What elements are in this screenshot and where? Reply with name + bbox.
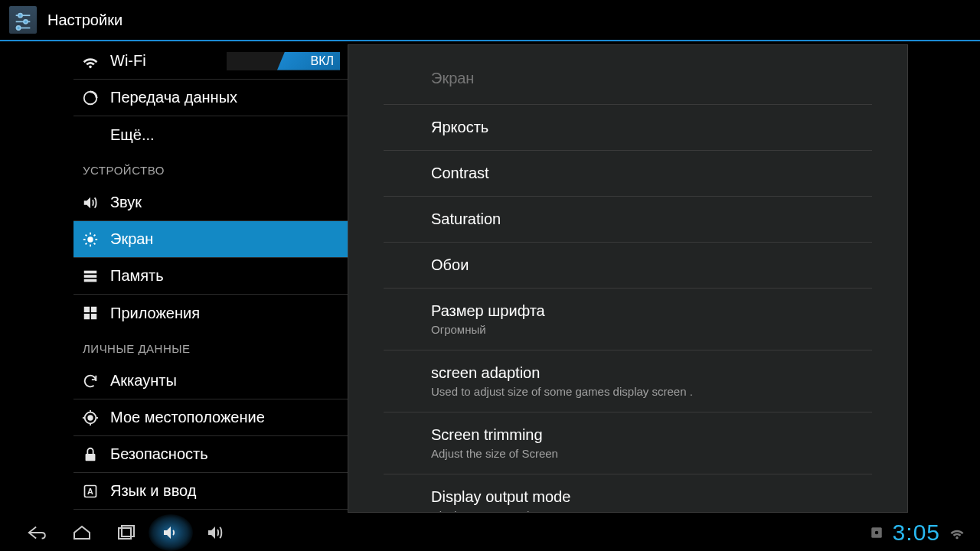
sidebar-item-language[interactable]: A Язык и ввод bbox=[74, 473, 348, 510]
sync-icon bbox=[81, 372, 100, 390]
sidebar-item-label: Мое местоположение bbox=[110, 409, 265, 426]
sidebar-item-sound[interactable]: Звук bbox=[74, 184, 348, 221]
svg-point-23 bbox=[88, 416, 93, 420]
status-clock: 3:05 bbox=[893, 520, 940, 546]
sidebar-item-location[interactable]: Мое местоположение bbox=[74, 399, 348, 436]
sidebar-item-label: Wi-Fi bbox=[110, 52, 146, 70]
navigation-bar: 3:05 bbox=[0, 514, 980, 551]
detail-item-subtitle: Огромный bbox=[431, 323, 872, 336]
sidebar-item-label: Ещё... bbox=[110, 126, 155, 144]
sidebar-item-security[interactable]: Безопасность bbox=[74, 436, 348, 473]
detail-item-title: Размер шрифта bbox=[431, 302, 872, 320]
detail-item-title: Обои bbox=[431, 256, 872, 274]
detail-item-title: Contrast bbox=[431, 165, 872, 182]
sound-icon bbox=[81, 194, 100, 212]
sidebar-item-label: Аккаунты bbox=[110, 372, 177, 390]
detail-panel-header: Экран bbox=[384, 51, 872, 105]
svg-point-7 bbox=[87, 236, 93, 242]
sidebar-item-data-usage[interactable]: Передача данных bbox=[74, 80, 348, 116]
sidebar-item-label: Язык и ввод bbox=[110, 482, 196, 500]
svg-rect-17 bbox=[84, 275, 97, 278]
detail-item-display-output-mode[interactable]: Display output mode Display output mode bbox=[384, 474, 872, 513]
detail-list: Яркость Contrast Saturation Обои Размер … bbox=[348, 105, 907, 513]
sidebar-item-apps[interactable]: Приложения bbox=[74, 295, 348, 331]
svg-line-14 bbox=[86, 243, 87, 244]
detail-item-title: Saturation bbox=[431, 210, 872, 228]
volume-down-button[interactable] bbox=[149, 514, 193, 551]
svg-point-3 bbox=[24, 20, 28, 24]
svg-point-35 bbox=[874, 531, 878, 535]
settings-sliders-icon bbox=[9, 6, 37, 34]
detail-item-title: Screen trimming bbox=[431, 426, 872, 444]
back-button[interactable] bbox=[15, 514, 60, 551]
svg-rect-16 bbox=[84, 270, 97, 273]
sidebar-item-accounts[interactable]: Аккаунты bbox=[74, 363, 348, 399]
sidebar-item-storage[interactable]: Память bbox=[74, 258, 348, 295]
svg-text:A: A bbox=[87, 487, 93, 496]
wifi-toggle[interactable]: ВКЛ bbox=[227, 52, 340, 70]
sidebar-category-personal: ЛИЧНЫЕ ДАННЫЕ bbox=[74, 331, 348, 363]
svg-rect-20 bbox=[91, 307, 96, 312]
detail-item-title: screen adaption bbox=[431, 364, 872, 382]
wifi-status-icon bbox=[949, 525, 965, 540]
detail-item-subtitle: Used to adjust size of some games displa… bbox=[431, 385, 872, 398]
detail-item-title: Яркость bbox=[431, 119, 872, 136]
lock-icon bbox=[81, 445, 100, 464]
storage-icon bbox=[81, 267, 100, 285]
data-usage-icon bbox=[81, 89, 100, 107]
svg-rect-21 bbox=[84, 314, 90, 319]
detail-item-screen-adaption[interactable]: screen adaption Used to adjust size of s… bbox=[384, 350, 872, 412]
detail-item-subtitle: Display output mode bbox=[431, 509, 872, 513]
location-icon bbox=[81, 409, 100, 427]
detail-item-font-size[interactable]: Размер шрифта Огромный bbox=[384, 289, 872, 350]
apps-icon bbox=[81, 304, 100, 322]
svg-point-1 bbox=[18, 14, 22, 18]
sidebar-item-label: Безопасность bbox=[110, 445, 208, 463]
svg-line-13 bbox=[94, 243, 96, 244]
page-title: Настройки bbox=[47, 11, 122, 29]
wifi-icon bbox=[81, 52, 100, 70]
detail-panel: Экран Яркость Contrast Saturation Обои Р… bbox=[348, 44, 908, 513]
detail-item-subtitle: Adjust the size of Screen bbox=[431, 447, 872, 460]
detail-item-wallpaper[interactable]: Обои bbox=[384, 243, 872, 289]
recent-apps-button[interactable] bbox=[104, 514, 149, 551]
detail-item-screen-trimming[interactable]: Screen trimming Adjust the size of Scree… bbox=[384, 412, 872, 474]
sidebar-item-more[interactable]: Ещё... bbox=[74, 116, 348, 153]
settings-shortcut-icon bbox=[870, 526, 884, 540]
svg-rect-22 bbox=[91, 314, 96, 319]
svg-rect-18 bbox=[84, 279, 97, 282]
status-area[interactable]: 3:05 bbox=[870, 520, 965, 546]
app-header: Настройки bbox=[0, 0, 980, 41]
sidebar-item-display[interactable]: Экран bbox=[74, 221, 348, 258]
detail-item-title: Display output mode bbox=[431, 488, 872, 506]
sidebar-item-label: Память bbox=[110, 267, 164, 285]
language-icon: A bbox=[81, 482, 100, 500]
main-content: Wi-Fi ВКЛ Передача данных Ещё... УСТРОЙС… bbox=[0, 43, 980, 514]
settings-sidebar: Wi-Fi ВКЛ Передача данных Ещё... УСТРОЙС… bbox=[0, 43, 348, 514]
sidebar-item-wifi[interactable]: Wi-Fi ВКЛ bbox=[74, 43, 348, 80]
detail-item-brightness[interactable]: Яркость bbox=[384, 105, 872, 151]
svg-rect-29 bbox=[86, 454, 96, 461]
sidebar-item-label: Звук bbox=[110, 194, 142, 211]
sidebar-item-label: Экран bbox=[110, 230, 153, 248]
toggle-on-label: ВКЛ bbox=[277, 52, 340, 70]
volume-up-button[interactable] bbox=[193, 514, 237, 551]
svg-line-12 bbox=[86, 234, 87, 236]
svg-line-15 bbox=[94, 234, 96, 236]
blank-icon bbox=[81, 126, 100, 144]
detail-item-contrast[interactable]: Contrast bbox=[384, 151, 872, 197]
sidebar-category-device: УСТРОЙСТВО bbox=[74, 153, 348, 184]
home-button[interactable] bbox=[60, 514, 104, 551]
sidebar-item-label: Передача данных bbox=[110, 89, 237, 106]
detail-item-saturation[interactable]: Saturation bbox=[384, 197, 872, 243]
svg-rect-19 bbox=[84, 307, 90, 312]
svg-point-5 bbox=[17, 26, 21, 30]
sidebar-item-label: Приложения bbox=[110, 305, 200, 322]
display-brightness-icon bbox=[81, 230, 100, 249]
